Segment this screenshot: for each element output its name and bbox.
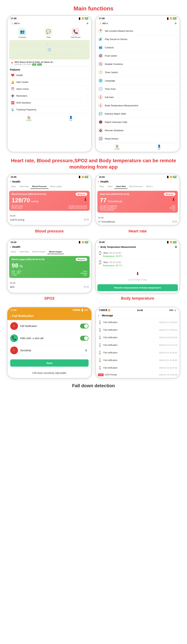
msg-item-1[interactable]: 🚶 Fall notification 2020-07-27 16:32:46 — [96, 319, 180, 326]
temp-entry-1: ⌚ Wrist 05-15 15:00 Temperature: 36.5°C — [96, 250, 180, 259]
tab-bloodpressure[interactable]: Blood Pressure — [30, 184, 48, 189]
spo2-range3: < 70% — [12, 274, 17, 276]
device-label[interactable]: ⚠ Y6T ▾ — [98, 22, 109, 25]
battery-badge: 66 — [173, 17, 176, 20]
menu-reset[interactable]: 🔄 Reset Device › — [98, 134, 178, 143]
tab-sleep-spo2[interactable]: Sleep — [9, 250, 18, 254]
battery-badge: 99 — [85, 176, 88, 178]
hr-range1-label: High — [172, 205, 175, 207]
contacts-menu-label: Contacts — [105, 46, 114, 49]
remote-measure-button[interactable]: Remote measurement of body temperature — [98, 284, 178, 291]
nav-home-2[interactable]: 🏠 HOME — [114, 144, 120, 150]
tab-bp-hr[interactable]: Blood Pressure — [128, 184, 144, 189]
bodytemp-menu-label: Body Temperature Measurement — [105, 104, 138, 107]
chevron-icon: › — [176, 129, 177, 132]
menu-timezone[interactable]: 🕐 Time Zone › — [98, 85, 178, 93]
tab-steps[interactable]: Steps — [98, 184, 106, 189]
menu-fall[interactable]: 🚶 Fall Alert › — [98, 93, 178, 102]
sensitivity-right: 3 › — [86, 349, 88, 352]
back-arrow-icon[interactable]: ‹ — [10, 245, 11, 248]
svg-point-9 — [49, 49, 50, 50]
menu-contacts[interactable]: 👥 Contacts › — [98, 44, 178, 52]
msg-item-2[interactable]: 🚶 Fall notification 2020-07-27 10:45:33 — [96, 326, 180, 334]
tab-sleep[interactable]: Sleep — [9, 184, 18, 189]
tab-bloodoxygen[interactable]: Blood oxygen — [48, 184, 64, 189]
spo2-unit: % — [20, 264, 23, 268]
menu-location[interactable]: 📍 Set Location-Based Service › — [98, 27, 178, 35]
fall-call-toggle[interactable] — [80, 336, 88, 341]
menu-bodytemp[interactable]: 🌡️ Body Temperature Measurement › — [98, 102, 178, 110]
tab-hr-spo2[interactable]: Heart Rate — [18, 250, 30, 254]
menu-disable[interactable]: 🚫 Disable Functions › — [98, 60, 178, 68]
chat-icon: 💬 — [44, 28, 52, 36]
bp-history-time: 15:34 — [84, 218, 89, 221]
fall-msg-icon-4: 🚶 — [98, 343, 102, 347]
timer-menu-label: Timer Switch — [105, 71, 118, 74]
msg-item-3[interactable]: 🚶 Fall notification 2020-07-25 22:23:28 — [96, 334, 180, 342]
back-arrow-icon[interactable]: ‹ — [98, 180, 99, 183]
tab-bo-spo2[interactable]: Blood oxygen — [48, 250, 64, 254]
spo2-range2-label: Average — [80, 272, 87, 274]
feature-tracking[interactable]: 📡 Tracking Frequency › — [10, 106, 89, 113]
health-row-2: 14:42 ▐▌ 📶 99 ‹ Health Sleep Heart Rate … — [0, 237, 187, 294]
device-name: Y6T — [14, 22, 18, 24]
bp-measure-button[interactable]: Measure — [76, 192, 87, 196]
fall-save-button[interactable]: Save — [10, 360, 88, 366]
hr-measure-button[interactable]: Measure — [164, 192, 175, 196]
msg-item-6[interactable]: 🚶 Fall notification 2020-07-25 21:45:02 — [96, 356, 180, 364]
tab-bp-spo2[interactable]: Blood Pressure — [30, 250, 47, 254]
add-button[interactable]: + — [174, 21, 177, 26]
msg-item-4[interactable]: 🚶 Fall notification 2020-07-25 21:47:19 — [96, 342, 180, 349]
menu-timer[interactable]: ⏱️ Timer Switch › — [98, 68, 178, 76]
menu-reject[interactable]: 📵 Reject Unknown Calls › — [98, 118, 178, 126]
tab-heartrate[interactable]: Heart Rate — [18, 184, 30, 189]
msg-status-bar: 中国联通 📶 14:40 54% 🔋 — [96, 307, 180, 312]
hr-card: Heart Rate (2024-04-29 15:34) Measure 77… — [98, 191, 178, 213]
chat-icon-item[interactable]: 💬 Chat — [44, 28, 52, 38]
spo2-value: 98 — [12, 262, 18, 269]
menu-language[interactable]: 🌐 Language › — [98, 76, 178, 85]
msg-item-8[interactable]: SOS SOS Prompt 2020-07-16 14:04:48 — [96, 372, 180, 378]
back-arrow-fall[interactable]: ‹ — [10, 314, 11, 318]
msg-time: 14:40 — [137, 309, 143, 312]
back-arrow-msg[interactable]: ‹ — [98, 314, 99, 317]
settings-icon[interactable]: ⚙ — [175, 245, 177, 249]
temp-entry-1-top: ⌚ Wrist 05-15 15:00 — [98, 251, 177, 255]
menu-sound[interactable]: 🔊 Play Sound on Device › — [98, 35, 178, 44]
contacts-icon-item[interactable]: 👥 Contacts — [18, 28, 26, 38]
tab-heartrate-hr[interactable]: Heart Rate — [114, 184, 128, 189]
msg-label-2: Fall notification — [104, 329, 118, 331]
back-arrow-icon[interactable]: ‹ — [10, 180, 11, 183]
sensitivity-value: 3 — [86, 349, 87, 352]
call-device-item[interactable]: 📞 Call Device — [70, 28, 80, 38]
msg-item-8-left: SOS SOS Prompt — [98, 374, 117, 376]
fall-notif-toggle[interactable] — [80, 324, 88, 328]
msg-item-7-left: 🚶 Fall notification — [98, 366, 118, 370]
device-label[interactable]: ⚠ Y6T ▾ — [10, 22, 21, 25]
msg-item-5[interactable]: 🚶 Fall notification 2020-07-25 21:45:42 — [96, 349, 180, 356]
nav-me-2[interactable]: 👤 ME — [157, 144, 161, 150]
fall-msg-icon-6: 🚶 — [98, 358, 102, 362]
tab-bo-hr[interactable]: Blood o — [144, 184, 154, 189]
tab-sleep-hr[interactable]: Sleep — [106, 184, 114, 189]
menu-sms[interactable]: 💬 Retrieve Watch SMS › — [98, 110, 178, 118]
msg-item-4-left: 🚶 Fall notification — [98, 343, 118, 347]
wrist-icon-1: ⌚ — [98, 251, 102, 255]
temp-entry-2-label: Wrist — [104, 261, 108, 264]
spo2-measure-button[interactable]: Measure — [76, 258, 87, 261]
msg-item-7[interactable]: 🚶 Fall notification 2020-07-25 20:47:40 — [96, 364, 180, 372]
nav-home[interactable]: 🏠 HOME — [26, 116, 32, 121]
back-arrow-icon[interactable]: ‹ — [98, 245, 99, 248]
menu-shutdown[interactable]: ⏻ Remote Shutdown › — [98, 126, 178, 134]
menu-push[interactable]: 🔘 Push switch › — [98, 52, 178, 60]
feature-reminders[interactable]: ➕ Reminders › — [10, 92, 89, 99]
feature-health[interactable]: ❤️ Health › — [10, 72, 89, 79]
bp-range-row-2: 60-89 mmHg Diastolic blood pressure — [12, 207, 87, 209]
feature-alarm[interactable]: ⏰ Alarm Clock › — [10, 86, 89, 92]
feature-alert[interactable]: 🔔 Alert Center › — [10, 79, 89, 86]
feature-sos[interactable]: 🆘 SOS Numbers › — [10, 99, 89, 106]
signal-icon: ▐▌ — [78, 176, 81, 178]
bp-range-row-1: 90-139 mmHg Systolic blood pressure — [12, 205, 87, 207]
nav-me[interactable]: 👤 ME — [69, 116, 73, 121]
add-button[interactable]: + — [86, 21, 88, 26]
